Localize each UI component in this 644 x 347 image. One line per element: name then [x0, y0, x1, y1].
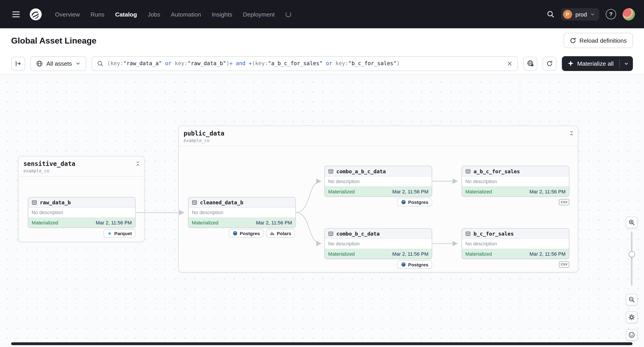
search-icon: [546, 10, 554, 18]
smiley-icon: [628, 332, 635, 338]
materialize-all-button[interactable]: Materialize all: [562, 60, 620, 66]
globe-settings-icon: [527, 60, 534, 67]
graph-display-options-button[interactable]: [523, 56, 537, 70]
globe-icon: [36, 60, 43, 66]
tag-postgres[interactable]: Postgres: [397, 260, 432, 269]
asset-node-a-b-c-for-sales[interactable]: a_b_c_for_sales No description Materiali…: [462, 166, 569, 197]
question-mark-icon: ?: [609, 11, 613, 17]
help-button[interactable]: ?: [606, 9, 616, 19]
top-navbar: Overview Runs Catalog Jobs Automation In…: [0, 0, 644, 28]
zoom-out-button[interactable]: [626, 294, 637, 305]
clear-query-button[interactable]: [507, 60, 513, 66]
caret-down-icon: [624, 61, 629, 66]
parquet-icon: [107, 231, 112, 236]
nav-item-catalog[interactable]: Catalog: [115, 11, 137, 17]
asset-node-header: cleaned_data_b: [188, 197, 296, 208]
asset-status-row: Materialized Mar 2, 11:56 PM: [325, 249, 432, 259]
asset-description: No description: [462, 239, 569, 249]
deployment-switcher[interactable]: P prod: [561, 8, 599, 20]
materialized-status: Materialized: [328, 251, 355, 257]
zoom-slider-thumb[interactable]: [629, 251, 635, 258]
tag-postgres[interactable]: Postgres: [228, 229, 264, 238]
asset-selection-query[interactable]: (key:"raw_data_a" or key:"raw_data_b")+ …: [107, 60, 503, 66]
reload-definitions-button[interactable]: Reload definitions: [563, 33, 633, 48]
materialized-timestamp[interactable]: Mar 2, 11:56 PM: [529, 251, 565, 257]
tag-polars[interactable]: Polars: [266, 229, 295, 238]
nav-item-runs[interactable]: Runs: [90, 11, 104, 17]
asset-description: No description: [28, 208, 135, 218]
feedback-button[interactable]: [626, 329, 637, 341]
zoom-in-icon: [628, 219, 635, 226]
asset-node-combo-b-c-data[interactable]: combo_b_c_data No description Materializ…: [324, 228, 432, 259]
asset-node-header: raw_data_b: [28, 197, 135, 208]
materialized-timestamp[interactable]: Mar 2, 11:56 PM: [392, 189, 428, 195]
graph-settings-button[interactable]: [626, 312, 637, 323]
zoom-slider-track[interactable]: [631, 232, 632, 286]
deployment-avatar: P: [563, 9, 572, 18]
nav-item-automation[interactable]: Automation: [171, 11, 201, 17]
asset-node-header: b_c_for_sales: [462, 229, 569, 239]
postgres-icon: [401, 199, 406, 205]
close-icon: [507, 60, 513, 66]
nav-item-jobs[interactable]: Jobs: [148, 11, 160, 17]
tag-csv[interactable]: CSV: [559, 199, 569, 205]
materialize-options-caret[interactable]: [620, 61, 633, 66]
asset-status-row: Materialized Mar 2, 11:56 PM: [188, 218, 296, 227]
asset-description: No description: [462, 176, 569, 186]
asset-status-row: Materialized Mar 2, 11:56 PM: [325, 186, 432, 196]
page-title: Global Asset Lineage: [11, 35, 96, 45]
table-icon: [192, 200, 197, 205]
asset-name: b_c_for_sales: [474, 230, 514, 237]
materialized-timestamp[interactable]: Mar 2, 11:56 PM: [256, 220, 292, 226]
chevron-down-icon: [76, 61, 80, 66]
main-navigation: Overview Runs Catalog Jobs Automation In…: [55, 11, 291, 17]
asset-node-header: combo_a_b_c_data: [325, 166, 432, 176]
lineage-canvas[interactable]: sensitive_data example_co public_data ex…: [0, 75, 644, 347]
zoom-in-button[interactable]: [626, 217, 637, 228]
user-avatar[interactable]: [622, 8, 635, 20]
group-code-location: example_co: [184, 138, 573, 143]
polars-icon: [270, 231, 275, 236]
dagster-logo-icon: [29, 7, 43, 21]
asset-node-cleaned-data-b[interactable]: cleaned_data_b No description Materializ…: [188, 197, 296, 228]
asset-name: raw_data_b: [40, 199, 70, 205]
asset-scope-dropdown[interactable]: All assets: [30, 56, 86, 71]
reload-icon: [570, 37, 576, 43]
tag-postgres[interactable]: Postgres: [397, 198, 432, 207]
dagster-logo[interactable]: [29, 7, 43, 21]
horizontal-scrollbar[interactable]: [11, 342, 632, 345]
collapse-group-button[interactable]: [569, 130, 574, 136]
materialized-status: Materialized: [465, 251, 492, 257]
collapse-icon: [135, 161, 140, 166]
asset-node-b-c-for-sales[interactable]: b_c_for_sales No description Materialize…: [462, 228, 569, 259]
tag-csv[interactable]: CSV: [559, 262, 569, 268]
materialized-timestamp[interactable]: Mar 2, 11:56 PM: [392, 251, 428, 257]
asset-selection-input[interactable]: (key:"raw_data_a" or key:"raw_data_b")+ …: [92, 56, 518, 71]
asset-status-row: Materialized Mar 2, 11:56 PM: [28, 218, 135, 227]
group-name: public_data: [184, 130, 573, 137]
materialize-all-split-button[interactable]: Materialize all: [562, 56, 633, 71]
table-icon: [328, 168, 334, 174]
asset-node-combo-a-b-c-data[interactable]: combo_a_b_c_data No description Material…: [324, 166, 432, 197]
asset-node-header: combo_b_c_data: [325, 229, 432, 239]
tag-parquet[interactable]: Parquet: [104, 229, 136, 238]
group-header: sensitive_data example_co: [18, 156, 144, 176]
nav-item-insights[interactable]: Insights: [212, 11, 232, 17]
asset-node-raw-data-b[interactable]: raw_data_b No description Materialized M…: [28, 197, 136, 228]
asset-name: cleaned_data_b: [200, 199, 243, 205]
collapse-group-button[interactable]: [135, 161, 140, 166]
materialized-timestamp[interactable]: Mar 2, 11:56 PM: [529, 189, 565, 195]
nav-item-overview[interactable]: Overview: [55, 11, 80, 17]
zoom-out-icon: [628, 296, 635, 303]
materialized-status: Materialized: [328, 189, 355, 195]
materialized-timestamp[interactable]: Mar 2, 11:56 PM: [96, 220, 132, 226]
table-icon: [465, 231, 470, 236]
postgres-icon: [232, 231, 238, 236]
open-sidebar-button[interactable]: [11, 56, 25, 70]
nav-item-deployment[interactable]: Deployment: [243, 11, 275, 17]
panel-expand-icon: [15, 60, 21, 66]
search-button[interactable]: [546, 10, 554, 18]
materialized-status: Materialized: [32, 220, 58, 226]
hamburger-menu-button[interactable]: [9, 7, 23, 21]
refresh-button[interactable]: [543, 56, 557, 70]
